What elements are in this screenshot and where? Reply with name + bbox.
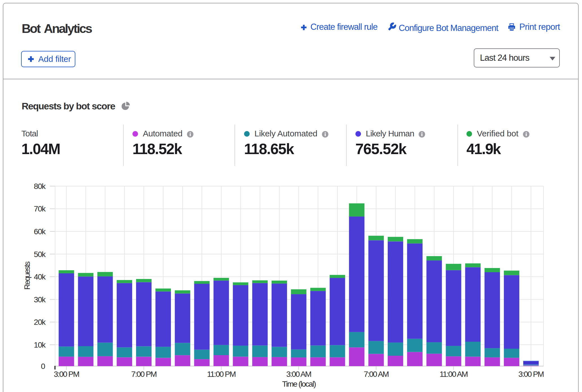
svg-text:3:00 PM: 3:00 PM [518,370,544,379]
svg-text:Time (local): Time (local) [282,380,316,388]
svg-text:70k: 70k [34,204,46,213]
svg-text:0: 0 [41,362,45,371]
svg-text:11:00 AM: 11:00 AM [439,370,468,379]
svg-text:60k: 60k [34,227,46,236]
svg-text:10k: 10k [34,341,46,349]
svg-text:Requests: Requests [23,262,31,290]
svg-text:11:00 PM: 11:00 PM [207,370,236,379]
svg-text:7:00 AM: 7:00 AM [364,370,389,379]
svg-text:20k: 20k [34,318,46,326]
svg-text:50k: 50k [34,250,46,259]
svg-text:7:00 PM: 7:00 PM [131,370,157,379]
svg-text:3:00 AM: 3:00 AM [286,370,311,379]
svg-text:30k: 30k [34,295,46,304]
svg-text:40k: 40k [34,272,46,281]
svg-text:3:00 PM: 3:00 PM [54,370,79,379]
svg-text:80k: 80k [34,182,46,191]
